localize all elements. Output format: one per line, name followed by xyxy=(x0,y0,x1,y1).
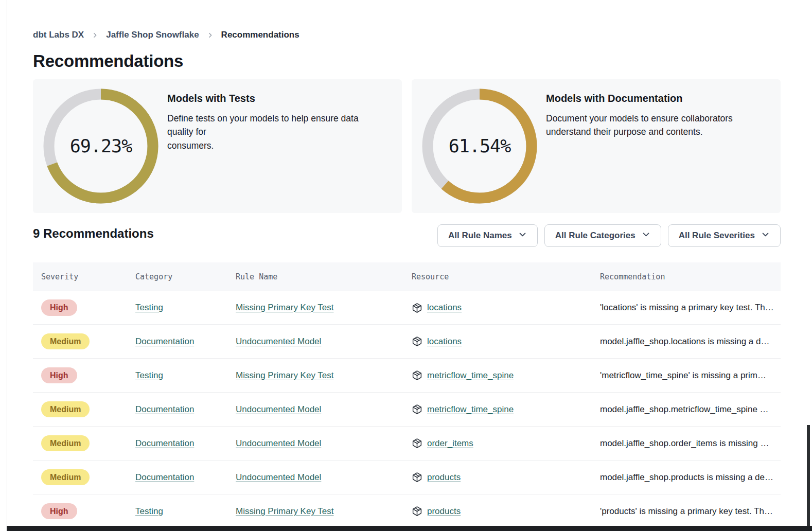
docs-card-title: Models with Documentation xyxy=(546,93,733,104)
models-with-tests-card: 69.23% Models with Tests Define tests on… xyxy=(33,79,402,213)
table-row: High Testing Missing Primary Key Test lo… xyxy=(33,291,781,325)
recommendation-text: 'metricflow_time_spine' is missing a pri… xyxy=(600,370,781,381)
vertical-scrollbar-thumb[interactable] xyxy=(807,425,810,531)
column-header-severity: Severity xyxy=(41,272,135,281)
table-row: Medium Documentation Undocumented Model … xyxy=(33,325,781,359)
table-row: Medium Documentation Undocumented Model … xyxy=(33,427,781,461)
rule-name-link[interactable]: Missing Primary Key Test xyxy=(236,506,334,516)
tests-percent-value: 69.23% xyxy=(43,88,158,204)
recommendations-table: Severity Category Rule Name Resource Rec… xyxy=(33,262,781,528)
recommendation-text: 'locations' is missing a primary key tes… xyxy=(600,303,781,313)
model-cube-icon xyxy=(412,336,422,347)
tests-card-text: Models with Tests Define tests on your m… xyxy=(167,79,402,152)
docs-card-text: Models with Documentation Document your … xyxy=(546,79,748,139)
rule-names-filter-label: All Rule Names xyxy=(448,231,512,241)
table-row: High Testing Missing Primary Key Test me… xyxy=(33,359,781,393)
table-header-row: Severity Category Rule Name Resource Rec… xyxy=(33,262,781,291)
rule-name-link[interactable]: Missing Primary Key Test xyxy=(236,370,334,380)
page-title: Recommendations xyxy=(33,51,183,71)
breadcrumb: dbt Labs DX Jaffle Shop Snowflake Recomm… xyxy=(33,30,299,40)
recommendation-text: 'products' is missing a primary key test… xyxy=(600,506,781,517)
rule-name-link[interactable]: Undocumented Model xyxy=(236,337,321,346)
bottom-window-edge xyxy=(7,526,812,531)
rule-names-filter-dropdown[interactable]: All Rule Names xyxy=(437,224,538,247)
rule-severities-filter-label: All Rule Severities xyxy=(679,231,755,241)
docs-donut-chart: 61.54% xyxy=(422,88,537,204)
model-cube-icon xyxy=(412,472,422,483)
breadcrumb-project[interactable]: dbt Labs DX xyxy=(33,30,84,40)
rule-name-link[interactable]: Undocumented Model xyxy=(236,438,321,448)
recommendation-text: model.jaffle_shop.locations is missing a… xyxy=(600,337,781,347)
category-link[interactable]: Testing xyxy=(135,506,163,516)
recommendation-text: model.jaffle_shop.products is missing a … xyxy=(600,472,781,483)
severity-badge: High xyxy=(41,503,77,519)
models-with-documentation-card: 61.54% Models with Documentation Documen… xyxy=(412,79,781,213)
severity-badge: Medium xyxy=(41,333,90,349)
metric-cards: 69.23% Models with Tests Define tests on… xyxy=(33,79,781,213)
resource-link[interactable]: order_items xyxy=(427,438,473,449)
resource-link[interactable]: products xyxy=(427,506,461,517)
table-body: High Testing Missing Primary Key Test lo… xyxy=(33,291,781,528)
resource-link[interactable]: locations xyxy=(427,303,462,313)
severity-badge: High xyxy=(41,299,77,315)
model-cube-icon xyxy=(412,370,422,381)
tests-card-description: Define tests on your models to help ensu… xyxy=(167,112,386,152)
tests-card-title: Models with Tests xyxy=(167,93,386,104)
recommendation-text: model.jaffle_shop.order_items is missing… xyxy=(600,438,781,449)
column-header-rule-name: Rule Name xyxy=(236,272,412,281)
resource-link[interactable]: metricflow_time_spine xyxy=(427,370,514,381)
column-header-resource: Resource xyxy=(412,272,600,281)
rule-name-link[interactable]: Missing Primary Key Test xyxy=(236,303,334,312)
left-edge-divider xyxy=(7,0,7,526)
chevron-down-icon xyxy=(642,230,650,241)
category-link[interactable]: Documentation xyxy=(135,472,194,482)
rule-severities-filter-dropdown[interactable]: All Rule Severities xyxy=(668,224,781,247)
severity-badge: High xyxy=(41,367,77,383)
category-link[interactable]: Testing xyxy=(135,370,163,380)
chevron-right-icon xyxy=(92,32,98,39)
recommendations-page: dbt Labs DX Jaffle Shop Snowflake Recomm… xyxy=(0,0,812,531)
docs-percent-value: 61.54% xyxy=(422,88,537,204)
breadcrumb-current: Recommendations xyxy=(221,30,299,40)
rule-categories-filter-label: All Rule Categories xyxy=(555,231,636,241)
docs-card-description: Document your models to ensure collabora… xyxy=(546,112,733,139)
model-cube-icon xyxy=(412,438,422,449)
severity-badge: Medium xyxy=(41,401,90,417)
column-header-recommendation: Recommendation xyxy=(600,272,781,281)
tests-donut-chart: 69.23% xyxy=(43,88,158,204)
category-link[interactable]: Testing xyxy=(135,303,163,312)
model-cube-icon xyxy=(412,506,422,517)
table-row: Medium Documentation Undocumented Model … xyxy=(33,461,781,494)
table-row: Medium Documentation Undocumented Model … xyxy=(33,393,781,427)
resource-link[interactable]: metricflow_time_spine xyxy=(427,404,514,415)
severity-badge: Medium xyxy=(41,435,90,451)
rule-name-link[interactable]: Undocumented Model xyxy=(236,404,321,414)
recommendation-text: model.jaffle_shop.metricflow_time_spine … xyxy=(600,404,781,415)
model-cube-icon xyxy=(412,303,422,313)
category-link[interactable]: Documentation xyxy=(135,404,194,414)
chevron-down-icon xyxy=(518,230,527,241)
severity-badge: Medium xyxy=(41,469,90,485)
chevron-right-icon xyxy=(207,32,214,39)
resource-link[interactable]: locations xyxy=(427,337,462,347)
resource-link[interactable]: products xyxy=(427,472,461,483)
recommendations-count-heading: 9 Recommendations xyxy=(33,226,154,241)
rule-name-link[interactable]: Undocumented Model xyxy=(236,472,321,482)
filter-bar: All Rule Names All Rule Categories All R… xyxy=(437,224,781,247)
category-link[interactable]: Documentation xyxy=(135,337,194,346)
column-header-category: Category xyxy=(135,272,236,281)
breadcrumb-environment[interactable]: Jaffle Shop Snowflake xyxy=(106,30,199,40)
model-cube-icon xyxy=(412,404,422,415)
category-link[interactable]: Documentation xyxy=(135,438,194,448)
rule-categories-filter-dropdown[interactable]: All Rule Categories xyxy=(544,224,661,247)
table-row: High Testing Missing Primary Key Test pr… xyxy=(33,494,781,528)
chevron-down-icon xyxy=(761,230,770,241)
